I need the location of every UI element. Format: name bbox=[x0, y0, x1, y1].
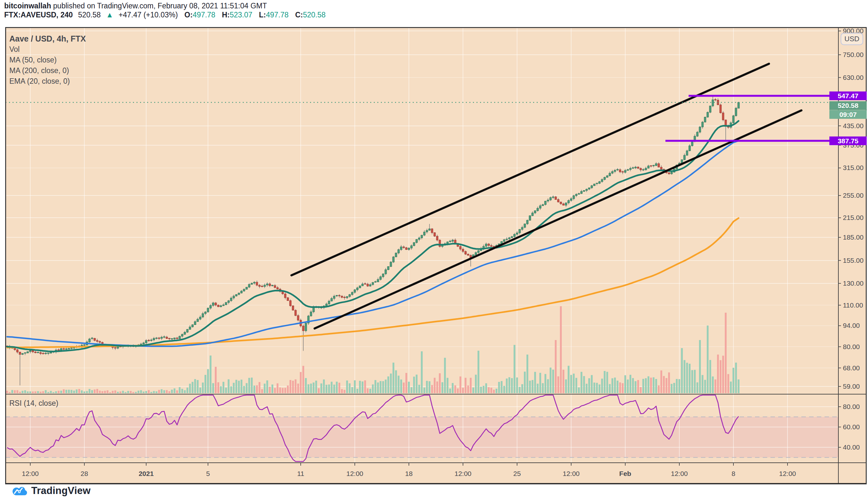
legend-symbol-title[interactable]: Aave / USD, 4h, FTX bbox=[9, 33, 86, 44]
time-scale[interactable] bbox=[6, 463, 866, 484]
chart-legend: Aave / USD, 4h, FTX Vol MA (50, close) M… bbox=[9, 33, 86, 86]
hit-areas bbox=[6, 27, 866, 484]
rsi-legend[interactable]: RSI (14, close) bbox=[9, 399, 58, 408]
price-scale[interactable] bbox=[838, 27, 866, 463]
tradingview-logo[interactable]: TradingView bbox=[12, 485, 91, 496]
legend-ma50[interactable]: MA (50, close) bbox=[9, 55, 86, 65]
legend-ma200[interactable]: MA (200, close, 0) bbox=[9, 65, 86, 76]
rsi-pane[interactable] bbox=[6, 394, 838, 463]
tradingview-logo-text: TradingView bbox=[31, 485, 91, 496]
legend-volume[interactable]: Vol bbox=[9, 44, 86, 55]
published-chart-page: bitcoinwallah published on TradingView.c… bbox=[0, 0, 868, 503]
legend-ema20[interactable]: EMA (20, close, 0) bbox=[9, 76, 86, 86]
tradingview-cloud-icon bbox=[12, 485, 28, 496]
main-pane[interactable] bbox=[6, 27, 838, 394]
price-chart-svg[interactable]: 900.00750.00630.00435.00375.00315.00255.… bbox=[0, 0, 868, 503]
